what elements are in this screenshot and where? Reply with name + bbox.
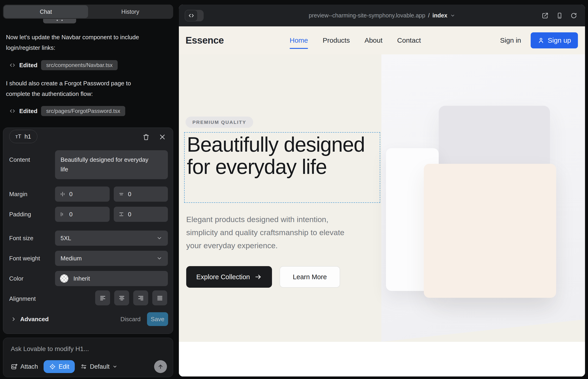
composer-toolbar: Attach Edit Default: [11, 360, 167, 373]
default-label: Default: [90, 363, 110, 370]
margin-label: Margin: [9, 191, 27, 198]
code-icon: [9, 62, 15, 68]
color-select[interactable]: Inherit: [55, 271, 168, 286]
margin-horizontal-icon: [60, 191, 66, 197]
arrow-right-icon: [255, 273, 262, 281]
margin-vertical-icon: [118, 191, 124, 197]
content-input[interactable]: Beautifully designed for everyday life: [55, 150, 168, 179]
padding-x-value: 0: [69, 211, 73, 218]
tab-history[interactable]: History: [88, 5, 172, 18]
alignment-label: Alignment: [9, 295, 36, 302]
send-button[interactable]: [154, 360, 167, 373]
nav-link-about[interactable]: About: [364, 36, 382, 44]
edited-file-row: Edited src/pages/ForgotPassword.tsx: [9, 106, 125, 116]
browser-chrome: preview--charming-site-symphony.lovable.…: [179, 5, 585, 26]
hero-heading[interactable]: Beautifully designed for everyday life: [187, 134, 377, 178]
lovable-app: Chat History Now let's update the Navbar…: [0, 0, 588, 379]
edit-mode-button[interactable]: Edit: [44, 360, 75, 373]
dot: [62, 20, 62, 21]
nav-link-home[interactable]: Home: [290, 36, 308, 44]
chat-message: I should also create a Forgot Password p…: [6, 78, 144, 99]
margin-x-input[interactable]: 0: [55, 187, 110, 202]
align-right-button[interactable]: [133, 290, 148, 305]
attach-button[interactable]: Attach: [11, 363, 38, 370]
padding-x-input[interactable]: 0: [55, 207, 110, 222]
padding-label: Padding: [9, 211, 31, 218]
color-value: Inherit: [73, 275, 90, 282]
sidebar: Chat History Now let's update the Navbar…: [0, 0, 179, 379]
open-external-icon[interactable]: [542, 12, 549, 19]
padding-y-value: 0: [128, 211, 131, 218]
font-size-select[interactable]: 5XL: [55, 231, 168, 246]
mobile-view-icon[interactable]: [556, 12, 563, 19]
align-justify-button[interactable]: [152, 290, 167, 305]
nav-link-products[interactable]: Products: [323, 36, 350, 44]
chevron-down-icon: [112, 364, 117, 369]
sign-up-label: Sign up: [548, 36, 571, 44]
typography-icon: тT: [15, 133, 21, 140]
hero-section: PREMIUM QUALITY Beautifully designed for…: [179, 54, 381, 342]
font-size-label: Font size: [9, 235, 33, 242]
edit-label: Edit: [59, 363, 69, 370]
url-bar[interactable]: preview--charming-site-symphony.lovable.…: [309, 12, 455, 19]
chat-message: Now let's update the Navbar component to…: [6, 32, 144, 53]
site-auth-actions: Sign in Sign up: [500, 26, 578, 54]
chevron-down-icon: [156, 255, 162, 261]
margin-y-input[interactable]: 0: [114, 187, 168, 202]
premium-quality-badge: PREMIUM QUALITY: [186, 117, 253, 128]
dot: [57, 20, 58, 21]
learn-more-button[interactable]: Learn More: [279, 266, 340, 288]
chevron-down-icon: [156, 235, 162, 241]
locate-icon: [49, 363, 56, 370]
padding-vertical-icon: [118, 211, 124, 217]
advanced-toggle[interactable]: Advanced: [11, 312, 49, 326]
decor-diagonal-wedge: [381, 319, 585, 342]
tag-name: h1: [25, 133, 31, 140]
align-center-button[interactable]: [114, 290, 129, 305]
hero-description: Elegant products designed with intention…: [186, 213, 360, 252]
chevron-down-icon: [450, 13, 455, 18]
explore-collection-label: Explore Collection: [196, 273, 250, 281]
explore-collection-button[interactable]: Explore Collection: [186, 266, 272, 288]
refresh-icon[interactable]: [570, 12, 577, 19]
margin-x-value: 0: [69, 191, 73, 198]
sign-in-link[interactable]: Sign in: [500, 36, 521, 44]
file-chip[interactable]: src/pages/ForgotPassword.tsx: [41, 106, 125, 116]
site-viewport: Essence Home Products About Contact Sign…: [179, 26, 585, 377]
code-preview-toggle[interactable]: [185, 10, 204, 21]
align-left-button[interactable]: [95, 290, 110, 305]
site-navbar: Essence Home Products About Contact Sign…: [179, 26, 585, 54]
site-logo[interactable]: Essence: [186, 26, 224, 54]
code-icon: [9, 108, 15, 114]
selected-element-tag[interactable]: тT h1: [9, 130, 37, 143]
delete-element-button[interactable]: [141, 132, 151, 142]
discard-button[interactable]: Discard: [118, 312, 143, 326]
color-swatch-transparent: [60, 274, 68, 283]
font-weight-label: Font weight: [9, 255, 40, 262]
hero-cta-row: Explore Collection Learn More: [186, 266, 340, 288]
attach-label: Attach: [20, 363, 38, 370]
font-weight-select[interactable]: Medium: [55, 251, 168, 266]
tab-chat[interactable]: Chat: [4, 5, 88, 18]
url-path: index: [432, 12, 447, 19]
content-label: Content: [9, 156, 30, 163]
sidebar-tabs: Chat History: [3, 5, 173, 19]
save-button[interactable]: Save: [147, 312, 168, 326]
nav-link-contact[interactable]: Contact: [397, 36, 421, 44]
file-chip[interactable]: src/components/Navbar.tsx: [41, 60, 117, 70]
advanced-label: Advanced: [20, 316, 49, 323]
chat-composer[interactable]: Ask Lovable to modify H1... Attach Edit: [3, 338, 173, 377]
margin-y-value: 0: [128, 191, 131, 198]
user-icon: [538, 37, 544, 44]
padding-y-input[interactable]: 0: [114, 207, 168, 222]
sliders-icon: [80, 363, 87, 370]
padding-horizontal-icon: [60, 211, 66, 217]
edited-label: Edited: [19, 108, 37, 115]
sign-up-button[interactable]: Sign up: [531, 32, 578, 48]
site-nav-links: Home Products About Contact: [290, 26, 421, 54]
selection-outline: Beautifully designed for everyday life: [184, 132, 380, 203]
default-mode-dropdown[interactable]: Default: [80, 363, 117, 370]
close-panel-button[interactable]: [157, 132, 167, 142]
composer-input[interactable]: Ask Lovable to modify H1...: [11, 345, 89, 353]
decor-card-cream: [424, 164, 556, 298]
